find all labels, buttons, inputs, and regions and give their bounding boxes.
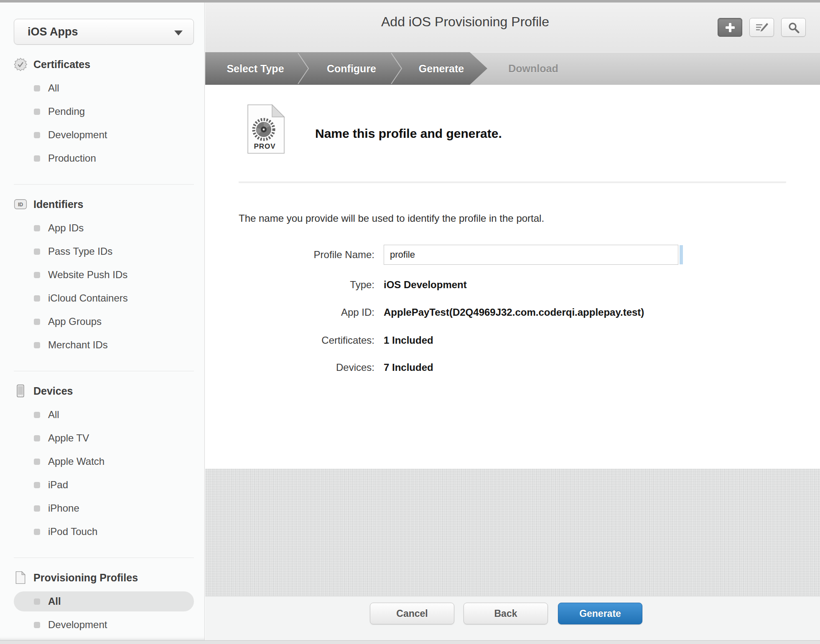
sidebar: iOS Apps CertificatesAllPendingDevelopme… <box>0 3 205 640</box>
sidebar-section-title: Provisioning Profiles <box>33 572 138 584</box>
sidebar-item-devices-apple-tv[interactable]: Apple TV <box>34 431 194 445</box>
bullet-icon <box>34 342 40 348</box>
bullet-icon <box>34 272 40 278</box>
sidebar-item-label: Apple Watch <box>48 456 104 467</box>
ios-apps-dropdown[interactable]: iOS Apps <box>14 19 194 45</box>
sidebar-item-devices-ipod-touch[interactable]: iPod Touch <box>34 525 194 538</box>
wizard-step-download: Download <box>508 52 558 85</box>
compose-icon <box>755 22 769 33</box>
sidebar-item-devices-iphone[interactable]: iPhone <box>34 502 194 515</box>
main-content: PROV Name this profile and generate. The… <box>205 85 820 469</box>
page-title: Add iOS Provisioning Profile <box>381 14 549 30</box>
sidebar-item-certificates-production[interactable]: Production <box>34 152 194 165</box>
bullet-icon <box>34 459 40 465</box>
footer-bar: Cancel Back Generate <box>205 596 820 640</box>
sidebar-item-label: Website Push IDs <box>48 269 127 281</box>
sidebar-item-label: Pass Type IDs <box>48 246 112 257</box>
profile-name-label: Profile Name: <box>239 249 384 261</box>
sidebar-item-label: All <box>48 409 59 421</box>
content-divider <box>239 182 786 183</box>
sidebar-item-label: Development <box>48 619 107 631</box>
bullet-icon <box>34 248 40 255</box>
sidebar-item-label: All <box>48 82 59 94</box>
certificates-label: Certificates: <box>239 335 384 346</box>
bullet-icon <box>34 435 40 441</box>
app-id-row: App ID: ApplePayTest(D2Q4969J32.com.code… <box>239 306 799 319</box>
sidebar-item-label: iPad <box>48 479 68 491</box>
bullet-icon <box>34 109 40 115</box>
add-button[interactable] <box>718 18 742 37</box>
sidebar-divider <box>14 371 194 371</box>
devices-value: 7 Included <box>384 362 433 373</box>
sidebar-item-label: iPhone <box>48 502 79 514</box>
sidebar-item-identifiers-pass-type-ids[interactable]: Pass Type IDs <box>34 245 194 258</box>
window-bottom-strip <box>0 640 820 644</box>
cancel-button[interactable]: Cancel <box>370 603 454 624</box>
sidebar-item-devices-all[interactable]: All <box>34 408 194 421</box>
file-icon-label: PROV <box>246 142 283 151</box>
content-heading: Name this profile and generate. <box>315 127 502 141</box>
sidebar-item-certificates-pending[interactable]: Pending <box>34 105 194 118</box>
sidebar-section-title: Devices <box>33 385 73 397</box>
bullet-icon <box>34 85 40 91</box>
sidebar-item-label: Development <box>48 129 107 141</box>
type-label: Type: <box>239 279 384 291</box>
sidebar-divider <box>14 558 194 558</box>
texture-band <box>205 469 820 596</box>
sidebar-item-label: Apple TV <box>48 432 89 444</box>
back-button[interactable]: Back <box>463 603 548 624</box>
edit-button[interactable] <box>749 18 774 37</box>
sidebar-section-title: Certificates <box>33 58 90 71</box>
wizard-separator-icon <box>297 52 310 85</box>
wizard-step-generate: Generate <box>419 52 464 85</box>
svg-text:ID: ID <box>18 202 23 208</box>
search-icon <box>788 22 800 33</box>
sidebar-item-devices-apple-watch[interactable]: Apple Watch <box>34 455 194 468</box>
app-id-label: App ID: <box>239 307 384 318</box>
bullet-icon <box>34 319 40 325</box>
search-button[interactable] <box>781 18 806 37</box>
add-ios-provisioning-profile-page: iOS Apps CertificatesAllPendingDevelopme… <box>0 0 820 644</box>
profile-name-input[interactable] <box>384 245 678 265</box>
sidebar-item-provisioning-profiles-development[interactable]: Development <box>34 618 194 631</box>
sidebar-item-devices-ipad[interactable]: iPad <box>34 478 194 492</box>
sidebar-item-label: Production <box>48 152 96 164</box>
sidebar-item-identifiers-app-ids[interactable]: App IDs <box>34 221 194 235</box>
wizard-steps-bar: Select Type Configure Generate Download <box>205 52 820 85</box>
sidebar-section-devices: Devices <box>14 384 194 398</box>
provisioning-profile-file-icon: PROV <box>246 104 286 155</box>
ios-apps-dropdown-label: iOS Apps <box>28 19 78 44</box>
sidebar-item-identifiers-website-push-ids[interactable]: Website Push IDs <box>34 268 194 281</box>
bullet-icon <box>34 529 40 535</box>
sidebar-item-certificates-all[interactable]: All <box>34 81 194 95</box>
sidebar-item-identifiers-icloud-containers[interactable]: iCloud Containers <box>34 292 194 305</box>
wizard-separator-icon <box>390 52 403 85</box>
bullet-icon <box>34 412 40 418</box>
devices-label: Devices: <box>239 362 384 373</box>
sidebar-item-label: App IDs <box>48 222 84 234</box>
bullet-icon <box>34 622 40 628</box>
wizard-step-select-type: Select Type <box>227 52 284 85</box>
sidebar-section-certificates: Certificates <box>14 57 194 71</box>
type-value: iOS Development <box>384 279 467 291</box>
bullet-icon <box>34 155 40 162</box>
profile-name-row: Profile Name: <box>239 245 799 265</box>
sidebar-item-identifiers-app-groups[interactable]: App Groups <box>34 315 194 328</box>
sidebar-item-label: iPod Touch <box>48 526 97 538</box>
seal-check-icon <box>14 58 27 71</box>
sidebar-section-title: Identifiers <box>33 198 83 210</box>
bullet-icon <box>34 505 40 512</box>
generate-button[interactable]: Generate <box>558 603 642 624</box>
type-row: Type: iOS Development <box>239 278 799 292</box>
sidebar-item-label: All <box>48 596 61 607</box>
bullet-icon <box>34 225 40 231</box>
sidebar-sections: CertificatesAllPendingDevelopmentProduct… <box>0 57 204 644</box>
bullet-icon <box>34 132 40 138</box>
sidebar-item-certificates-development[interactable]: Development <box>34 128 194 142</box>
sidebar-item-identifiers-merchant-ids[interactable]: Merchant IDs <box>34 338 194 352</box>
sidebar-item-provisioning-profiles-all[interactable]: All <box>14 591 194 611</box>
sidebar-item-label: App Groups <box>48 316 102 327</box>
certificates-row: Certificates: 1 Included <box>239 334 799 347</box>
bullet-icon <box>34 295 40 302</box>
sidebar-item-label: iCloud Containers <box>48 292 128 304</box>
